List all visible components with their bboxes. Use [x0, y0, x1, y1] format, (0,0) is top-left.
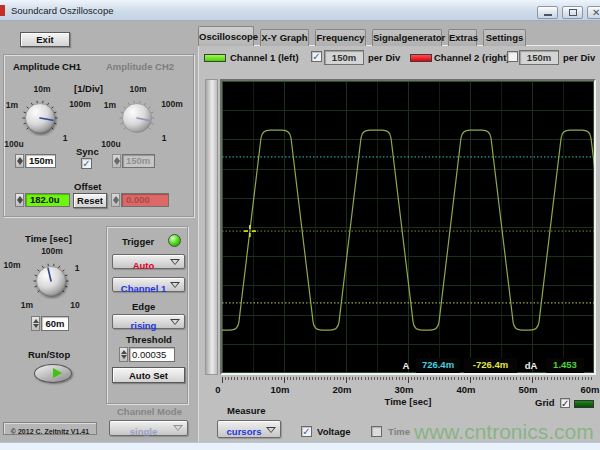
knob-tick — [145, 103, 146, 105]
channel-mode-arrow-icon — [173, 425, 183, 431]
ch2-knob-label-1m: 1m — [100, 100, 120, 110]
ch1-knob-label-1m: 1m — [2, 100, 22, 110]
time-checkbox[interactable] — [371, 426, 382, 437]
knob-tick — [27, 128, 29, 130]
knob-tick — [124, 128, 126, 130]
ch2-legend-label: Channel 2 (right) — [434, 52, 509, 63]
readout-da-value: 1.453 — [546, 358, 584, 373]
time-knob-label-1: 1 — [68, 263, 86, 273]
readout-a-label: A — [399, 360, 413, 371]
tab-settings[interactable]: Settings — [483, 29, 526, 46]
tab-extras[interactable]: Extras — [448, 29, 477, 46]
ch2-per-div-field[interactable]: 150m — [519, 50, 559, 65]
tab-oscilloscope[interactable]: Oscilloscope — [198, 26, 254, 46]
exit-button[interactable]: Exit — [20, 32, 70, 47]
x-axis-title: Time [sec] — [358, 396, 458, 407]
x-tick-label: 30m — [388, 384, 420, 395]
knob-tick — [148, 128, 150, 130]
time-knob[interactable] — [33, 263, 69, 299]
voltage-checkbox[interactable]: ✓ — [301, 426, 312, 437]
trigger-led — [168, 234, 181, 247]
knob-tick — [38, 291, 40, 293]
amplitude-unit-label: [1/Div] — [74, 83, 103, 94]
amplitude-ch2-knob[interactable] — [119, 100, 155, 136]
voltage-label: Voltage — [317, 426, 351, 437]
ch1-knob-label-1: 1 — [55, 133, 75, 143]
ch2-offset-spinner[interactable] — [111, 193, 120, 207]
scope-grid — [222, 81, 594, 373]
app-window: { "window": {"title": "Soundcard Oszillo… — [0, 0, 600, 450]
ch1-legend-swatch — [204, 54, 226, 62]
time-knob-label-10m: 10m — [1, 260, 23, 270]
grid-label: Grid — [535, 397, 555, 408]
trigger-mode-dropdown[interactable]: Auto — [112, 254, 185, 269]
ch1-per-div-field[interactable]: 150m — [324, 50, 364, 65]
minimize-button[interactable] — [537, 6, 558, 19]
time-knob-label-10: 10 — [66, 300, 84, 310]
reset-button[interactable]: Reset — [73, 193, 107, 208]
ch2-offset-field[interactable]: 0.000 — [121, 193, 169, 207]
ch1-enable-checkbox[interactable]: ✓ — [311, 51, 322, 62]
tab-x-y-graph[interactable]: X-Y Graph — [260, 29, 309, 46]
measure-mode-value: cursors — [227, 426, 262, 437]
offset-label: Offset — [74, 181, 101, 192]
edge-dropdown[interactable]: rising — [112, 314, 185, 329]
ch1-knob-label-100m: 100m — [62, 99, 98, 109]
grid-checkbox[interactable]: ✓ — [560, 398, 570, 408]
scope-plot[interactable] — [222, 81, 594, 373]
knob-tick — [121, 112, 123, 113]
channel-mode-dropdown[interactable]: single — [109, 420, 188, 436]
threshold-spinner[interactable] — [119, 347, 128, 362]
amplitude-ch2-label: Amplitude CH2 — [106, 61, 174, 72]
title-bar: Soundcard Oszilloscope ✕ — [0, 0, 600, 21]
maximize-button[interactable] — [562, 6, 583, 19]
knob-tick — [24, 123, 26, 124]
knob-tick — [24, 112, 26, 113]
time-measure-label: Time — [388, 426, 410, 437]
x-tick-label: 60m — [574, 384, 600, 395]
close-button[interactable]: ✕ — [587, 6, 600, 19]
time-value-spinner[interactable] — [31, 316, 40, 331]
knob-tick — [48, 103, 49, 105]
tab-frequency[interactable]: Frequency — [315, 29, 366, 46]
threshold-field[interactable]: 0.00035 — [129, 347, 175, 362]
x-tick-label: 50m — [512, 384, 544, 395]
knob-tick — [54, 112, 56, 113]
time-value-field[interactable]: 60m — [41, 316, 69, 331]
close-icon: ✕ — [592, 7, 600, 18]
ch2-knob-label-100m: 100m — [154, 99, 190, 109]
knob-tick — [54, 123, 56, 124]
auto-set-button[interactable]: Auto Set — [112, 367, 185, 383]
tab-signalgenerator[interactable]: Signalgenerator — [372, 29, 442, 46]
amplitude-ch1-knob[interactable] — [22, 100, 58, 136]
knob-tick — [62, 291, 64, 293]
measure-mode-dropdown[interactable]: cursors — [217, 420, 281, 438]
sync-checkbox[interactable]: ✓ — [81, 158, 92, 169]
scope-offset-slider[interactable] — [205, 79, 218, 375]
knob-tick — [62, 270, 64, 272]
ch1-offset-field[interactable]: 182.0u — [25, 193, 70, 207]
knob-tick — [42, 266, 43, 268]
x-tick-label: 0 — [202, 384, 234, 395]
knob-tick — [128, 103, 129, 105]
measure-label: Measure — [227, 405, 266, 416]
ch2-value-field[interactable]: 150m — [122, 154, 155, 168]
trigger-label: Trigger — [122, 236, 154, 247]
window-title: Soundcard Oszilloscope — [11, 5, 113, 16]
knob-tick — [51, 128, 53, 130]
ch2-value-spinner[interactable] — [112, 154, 121, 168]
trigger-source-dropdown[interactable]: Channel 1 — [112, 277, 185, 292]
x-axis-major-ticks — [222, 377, 594, 383]
ch2-enable-checkbox[interactable] — [507, 51, 518, 62]
edge-label: Edge — [132, 301, 155, 312]
ch1-value-spinner[interactable] — [15, 154, 24, 168]
ch1-knob-label-100u: 100u — [0, 139, 28, 149]
run-stop-button[interactable] — [34, 364, 72, 383]
trigger-source-arrow-icon — [170, 282, 180, 288]
run-stop-label: Run/Stop — [28, 349, 70, 360]
ch1-offset-spinner[interactable] — [15, 193, 24, 207]
ch2-knob-label-1: 1 — [154, 133, 174, 143]
minimize-icon — [544, 14, 552, 16]
ch1-value-field[interactable]: 150m — [25, 154, 56, 168]
knob-tick — [65, 286, 67, 287]
